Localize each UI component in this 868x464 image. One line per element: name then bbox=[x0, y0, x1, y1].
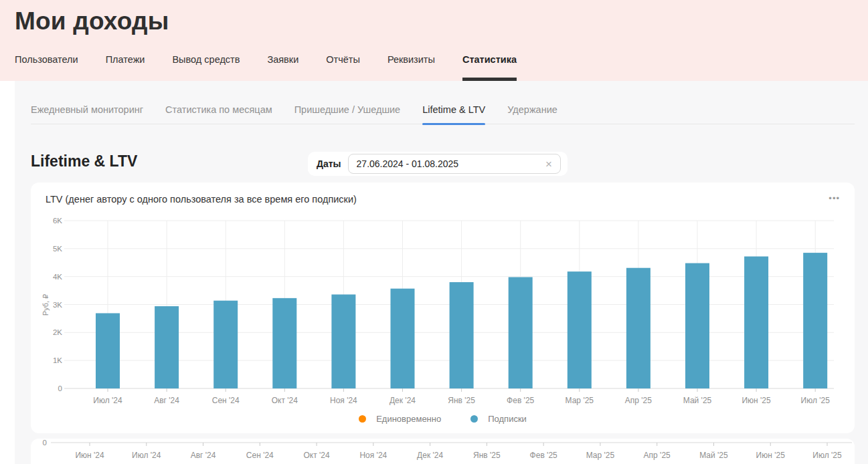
x-tick-label: Авг '24 bbox=[191, 451, 216, 460]
top-tab-6[interactable]: Статистика bbox=[462, 52, 517, 81]
bar-4[interactable] bbox=[331, 294, 355, 388]
y-tick-label: 3K bbox=[53, 301, 62, 309]
second-chart-axis: 0Июн '24Июл '24Авг '24Сен '24Окт '24Ноя … bbox=[31, 439, 855, 464]
bar-2[interactable] bbox=[213, 301, 238, 388]
x-tick-label: Фев '25 bbox=[507, 396, 534, 405]
x-tick-label: Янв '25 bbox=[473, 451, 501, 460]
x-tick-label: Июл '24 bbox=[132, 451, 161, 460]
y-tick-label: 1K bbox=[53, 356, 62, 364]
top-tabs: ПользователиПлатежиВывод средствЗаявкиОт… bbox=[15, 52, 517, 81]
x-tick-label: Мар '25 bbox=[566, 396, 594, 405]
page-title: Мои доходы bbox=[15, 7, 169, 35]
x-tick-label: Ноя '24 bbox=[359, 451, 387, 460]
y-tick-label: 6K bbox=[53, 217, 62, 225]
x-tick-label: Фев '25 bbox=[530, 451, 557, 460]
x-tick-label: Май '25 bbox=[699, 451, 728, 460]
date-filter-label: Даты bbox=[317, 158, 341, 169]
date-range-value: 27.06.2024 - 01.08.2025 bbox=[357, 158, 544, 169]
x-tick-label: Июл '25 bbox=[812, 451, 842, 460]
x-tick-label: Мар '25 bbox=[586, 451, 615, 460]
x-tick-label: Ноя '24 bbox=[330, 396, 357, 405]
bar-11[interactable] bbox=[744, 257, 768, 388]
x-tick-label: Сен '24 bbox=[212, 396, 240, 405]
x-tick-label: Дек '24 bbox=[389, 396, 416, 405]
y-tick-label: 5K bbox=[53, 245, 62, 253]
section-title: Lifetime & LTV bbox=[31, 152, 137, 170]
top-tab-2[interactable]: Вывод средств bbox=[172, 52, 240, 81]
bar-7[interactable] bbox=[509, 277, 533, 388]
legend-label: Подписки bbox=[488, 414, 527, 424]
bar-5[interactable] bbox=[391, 289, 415, 388]
legend-label: Единовременно bbox=[376, 414, 441, 424]
x-tick-label: Июн '25 bbox=[756, 451, 786, 460]
x-tick-label: Июн '25 bbox=[742, 396, 771, 405]
legend-item-0[interactable]: Единовременно bbox=[359, 414, 441, 424]
ltv-bar-chart: 01K2K3K4K5K6KИюл '24Авг '24Сен '24Окт '2… bbox=[31, 183, 855, 410]
x-tick-label: Дек '24 bbox=[417, 451, 443, 460]
bar-8[interactable] bbox=[568, 271, 592, 388]
x-tick-label: Июл '24 bbox=[93, 396, 122, 405]
x-tick-label: Янв '25 bbox=[448, 396, 475, 405]
top-tab-0[interactable]: Пользователи bbox=[15, 52, 78, 81]
y-tick-label-zero: 0 bbox=[43, 439, 47, 447]
ltv-chart-card: LTV (денег автору с одного пользователя … bbox=[31, 183, 855, 433]
sub-tabs: Ежедневный мониторингСтатистика по месяц… bbox=[31, 102, 855, 124]
sub-tab-4[interactable]: Удержание bbox=[507, 102, 557, 124]
sub-tab-3[interactable]: Lifetime & LTV bbox=[422, 102, 485, 124]
bar-12[interactable] bbox=[803, 253, 827, 388]
bar-1[interactable] bbox=[155, 306, 179, 388]
top-tab-3[interactable]: Заявки bbox=[267, 52, 298, 81]
x-tick-label: Сен '24 bbox=[246, 451, 274, 460]
bar-9[interactable] bbox=[626, 268, 650, 388]
page: Мои доходы ПользователиПлатежиВывод сред… bbox=[0, 0, 868, 464]
x-tick-label: Апр '25 bbox=[625, 396, 652, 405]
top-tab-1[interactable]: Платежи bbox=[106, 52, 145, 81]
x-tick-label: Апр '25 bbox=[644, 451, 671, 460]
sub-tab-1[interactable]: Статистика по месяцам bbox=[165, 102, 272, 124]
clear-date-icon[interactable]: × bbox=[544, 158, 553, 170]
legend-item-1[interactable]: Подписки bbox=[470, 414, 527, 424]
page-header: Мои доходы ПользователиПлатежиВывод сред… bbox=[0, 0, 868, 81]
y-tick-label: 4K bbox=[53, 273, 62, 281]
second-chart-card: 0Июн '24Июл '24Авг '24Сен '24Окт '24Ноя … bbox=[31, 439, 855, 464]
y-tick-label: 0 bbox=[58, 384, 62, 392]
x-tick-label: Авг '24 bbox=[154, 396, 179, 405]
x-tick-label: Июл '25 bbox=[801, 396, 831, 405]
date-range-input[interactable]: 27.06.2024 - 01.08.2025 × bbox=[348, 154, 561, 174]
x-tick-label: Июн '24 bbox=[75, 451, 104, 460]
bar-10[interactable] bbox=[685, 263, 709, 388]
top-tab-5[interactable]: Реквизиты bbox=[387, 52, 435, 81]
y-tick-label: 2K bbox=[53, 328, 62, 336]
x-tick-label: Окт '24 bbox=[272, 396, 298, 405]
top-tab-4[interactable]: Отчёты bbox=[326, 52, 360, 81]
y-axis-title: Руб, ₽ bbox=[41, 294, 50, 316]
sub-tab-2[interactable]: Пришедшие / Ушедшие bbox=[294, 102, 401, 124]
x-tick-label: Окт '24 bbox=[303, 451, 330, 460]
sub-tab-0[interactable]: Ежедневный мониторинг bbox=[31, 102, 143, 124]
legend-dot-icon bbox=[359, 415, 366, 423]
bar-0[interactable] bbox=[96, 313, 120, 388]
x-tick-label: Май '25 bbox=[683, 396, 712, 405]
bar-3[interactable] bbox=[272, 298, 296, 388]
bar-6[interactable] bbox=[450, 282, 474, 388]
date-filter: Даты 27.06.2024 - 01.08.2025 × bbox=[308, 152, 568, 176]
chart-legend: ЕдиновременноПодписки bbox=[31, 414, 855, 424]
legend-dot-icon bbox=[470, 415, 478, 423]
